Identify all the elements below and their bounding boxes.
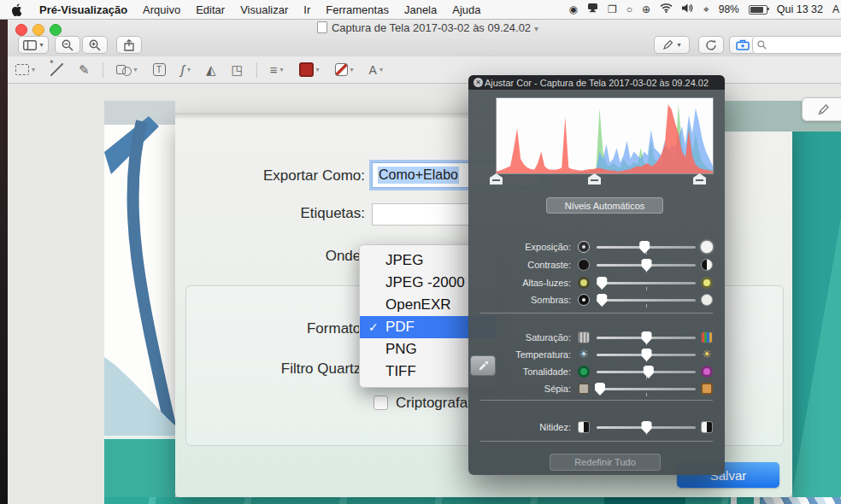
line-style-tool[interactable]: ≡▾ <box>270 63 284 76</box>
encrypt-checkbox[interactable] <box>373 396 388 410</box>
pen-icon: ✎ <box>79 63 90 76</box>
lines-icon: ≡ <box>270 63 278 76</box>
zoom-out-button[interactable] <box>55 36 80 54</box>
signature-tool[interactable]: ʃ▾ <box>181 63 191 76</box>
menu-visualizar[interactable]: Visualizar <box>232 3 296 16</box>
image-dark-stripe <box>604 497 685 504</box>
auto-levels-button[interactable]: Níveis Automáticos <box>546 197 663 214</box>
title-bar: Captura de Tela 2017-03-02 às 09.24.02▾ … <box>8 19 841 57</box>
saturation-high-icon <box>701 331 713 343</box>
shapes-tool[interactable]: ▾ <box>116 64 138 76</box>
exposure-slider[interactable] <box>597 246 696 249</box>
saturation-slider-row: Saturação: <box>468 331 725 345</box>
slider-thumb[interactable] <box>641 259 652 272</box>
saturation-slider[interactable] <box>597 337 696 339</box>
sepia-low-icon <box>578 383 590 395</box>
markup-pen-button[interactable]: ▾ <box>654 36 690 54</box>
volume-icon[interactable] <box>682 3 694 15</box>
share-button[interactable] <box>116 36 142 54</box>
sidebar-toggle-button[interactable]: ▾ <box>18 36 49 54</box>
sepia-slider[interactable] <box>597 388 696 390</box>
wifi-icon[interactable] <box>660 3 673 15</box>
menu-ferramentas[interactable]: Ferramentas <box>318 3 397 16</box>
menu-ir[interactable]: Ir <box>296 3 318 16</box>
exposure-high-icon <box>701 241 713 253</box>
panel-close-icon[interactable]: ✕ <box>473 78 483 87</box>
instant-alpha-tool[interactable] <box>50 63 63 76</box>
menu-ajuda[interactable]: Ajuda <box>444 3 488 16</box>
circle-status-icon[interactable]: ○ <box>626 4 632 15</box>
sharpness-slider[interactable] <box>597 426 696 429</box>
preview-image-right <box>792 101 841 497</box>
adjust-color-panel: ✕ Ajustar Cor - Captura de Tela 2017-03-… <box>468 75 725 475</box>
edit-pencil-button[interactable] <box>802 97 841 121</box>
slider-thumb[interactable] <box>641 349 652 361</box>
preview-image-bottom <box>104 497 841 504</box>
black-point-handle[interactable] <box>490 173 503 185</box>
histogram <box>496 97 714 174</box>
chevron-down-icon: ▾ <box>39 41 43 49</box>
rotate-button[interactable] <box>698 36 724 54</box>
eyedropper-icon <box>478 360 489 372</box>
slider-thumb[interactable] <box>594 383 605 396</box>
panel-title: Ajustar Cor - Captura de Tela 2017-03-02… <box>485 78 709 88</box>
menu-janela[interactable]: Janela <box>397 3 444 16</box>
temperature-slider[interactable] <box>597 354 696 356</box>
contrast-slider[interactable] <box>597 264 696 267</box>
text-style-tool[interactable]: A▾ <box>369 64 383 76</box>
adjust-color-tool[interactable]: ◭ <box>206 63 216 76</box>
panel-title-bar[interactable]: ✕ Ajustar Cor - Captura de Tela 2017-03-… <box>468 75 725 90</box>
apple-menu-icon[interactable] <box>12 3 23 16</box>
adjust-size-tool[interactable]: ◳ <box>232 63 244 76</box>
slider-thumb[interactable] <box>641 421 652 434</box>
shadows-slider[interactable] <box>597 299 696 302</box>
upload-status-icon[interactable]: ⊕ <box>642 4 650 15</box>
tint-slider[interactable] <box>597 371 696 373</box>
where-label: Onde: <box>184 248 365 265</box>
check-icon: ✓ <box>368 254 385 267</box>
window-manager-icon[interactable]: ❐ <box>608 4 617 15</box>
sketch-tool[interactable]: ✎ <box>79 63 90 76</box>
zoom-in-button[interactable] <box>82 36 108 54</box>
sepia-slider-row: Sépia: <box>468 382 725 396</box>
white-point-handle[interactable] <box>693 173 706 185</box>
highlights-slider[interactable] <box>597 282 696 284</box>
check-icon: ✓ <box>368 320 385 334</box>
slider-thumb[interactable] <box>639 241 650 254</box>
shapes-icon <box>116 64 132 76</box>
check-icon: ✓ <box>368 343 385 356</box>
border-color-tool[interactable]: ▾ <box>299 62 320 77</box>
menu-arquivo[interactable]: Arquivo <box>135 3 188 16</box>
slider-thumb[interactable] <box>597 294 608 307</box>
selection-tool[interactable]: ▾ <box>15 64 35 75</box>
slider-thumb[interactable] <box>641 331 652 344</box>
title-chevron-icon[interactable]: ▾ <box>534 24 538 33</box>
fill-color-icon <box>335 63 348 76</box>
white-balance-dropper-button[interactable] <box>470 355 496 376</box>
highlights-high-icon <box>701 277 713 289</box>
slider-thumb[interactable] <box>643 366 654 378</box>
check-icon: ✓ <box>368 276 385 290</box>
check-icon: ✓ <box>368 365 385 378</box>
fill-color-tool[interactable]: ▾ <box>335 63 354 76</box>
move-status-icon[interactable]: ⌖ <box>703 4 709 15</box>
highlights-slider-row: Altas-luzes: <box>468 276 725 290</box>
midtone-handle[interactable] <box>588 173 601 185</box>
menu-editar[interactable]: Editar <box>188 3 232 16</box>
reset-all-button[interactable]: Redefinir Tudo <box>550 454 661 471</box>
status-area: ◉ ❐ ○ ⊕ ⌖ 98% Qui 13 32 A <box>568 3 841 15</box>
display-icon[interactable] <box>587 3 598 15</box>
creative-cloud-icon[interactable]: ◉ <box>568 4 577 15</box>
tint-green-icon <box>578 366 590 378</box>
menu-app[interactable]: Pré-Visualização <box>32 3 135 16</box>
resize-icon: ◳ <box>232 63 244 76</box>
slider-thumb[interactable] <box>597 277 608 290</box>
contrast-slider-row: Contraste: <box>468 258 725 273</box>
export-as-value: Como+Elabo <box>378 167 459 184</box>
format-label: Formato: <box>184 320 365 337</box>
search-input[interactable] <box>752 36 841 54</box>
battery-icon <box>749 5 767 15</box>
preview-image <box>104 101 175 497</box>
clock[interactable]: Qui 13 32 <box>777 3 823 15</box>
text-tool[interactable]: T <box>153 63 166 76</box>
